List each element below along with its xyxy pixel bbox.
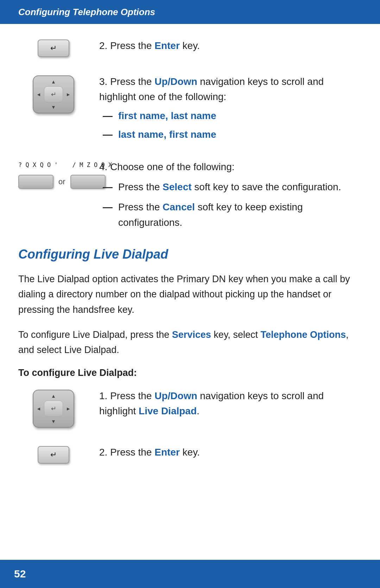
enter-keyword: Enter [154, 40, 180, 51]
nav-key-icon-2: ▲ ◄ ↵ ► ▼ [33, 390, 74, 428]
or-text: or [58, 177, 65, 186]
select-softkey[interactable] [18, 175, 53, 189]
page-number: 52 [14, 568, 26, 580]
cancel-keyword: Cancel [163, 202, 195, 212]
step-2-top-image: ↵ [18, 38, 89, 57]
nav-right-arrow: ► [66, 92, 71, 97]
nav-down-arrow: ▼ [51, 104, 56, 110]
section-heading: Configuring Live Dialpad [18, 247, 362, 262]
section-step-1-text: 1. Press the Up/Down navigation keys to … [89, 388, 362, 419]
bullet-cancel: — Press the Cancel soft key to keep exis… [103, 199, 362, 230]
step-number: 2. [99, 40, 107, 51]
bullet-select: — Press the Select soft key to save the … [103, 179, 362, 194]
select-label-text: ? Q X Q O ' [18, 161, 58, 168]
step-2-top-label: Press the Enter key. [110, 40, 200, 51]
step-4-text: 4. Choose one of the following: — Press … [89, 159, 362, 230]
nav-up-arrow-2: ▲ [51, 393, 56, 399]
nav-key-icon: ▲ ◄ ↵ ► ▼ [33, 75, 74, 113]
step-4-main: 4. Choose one of the following: [99, 159, 362, 174]
nav-down-arrow-2: ▼ [51, 419, 56, 424]
nav-right-arrow-2: ► [66, 406, 71, 411]
nav-left-arrow-2: ◄ [36, 406, 41, 411]
cancel-description: Press the Cancel soft key to keep existi… [118, 199, 362, 230]
enter-key-icon-2: ↵ [38, 446, 69, 464]
enter-key-icon: ↵ [38, 39, 69, 57]
lastname-label: last name, first name [118, 127, 216, 142]
para2-middle: key, select [211, 329, 261, 340]
select-description: Press the Select soft key to save the co… [118, 179, 341, 194]
step-number-s2: 2. [99, 447, 107, 458]
services-keyword: Services [172, 329, 211, 340]
updown-keyword-2: Up/Down [154, 390, 197, 401]
section-para2: To configure Live Dialpad, press the Ser… [18, 327, 362, 358]
enter-keyword-2: Enter [154, 447, 180, 458]
section-step-2-image: ↵ [18, 445, 89, 464]
nav-center-key-2: ↵ [44, 401, 63, 417]
step-3-text: 3. Press the Up/Down navigation keys to … [89, 74, 362, 142]
section-step-2: ↵ 2. Press the Enter key. [18, 445, 362, 464]
step-number-s1: 1. [99, 390, 107, 401]
step-4-image: ? Q X Q O ' / M Z O Q X or [18, 159, 89, 189]
bullet-lastname: — last name, first name [103, 127, 362, 142]
step-3-main: 3. Press the Up/Down navigation keys to … [99, 74, 362, 105]
section-step-1-image: ▲ ◄ ↵ ► ▼ [18, 388, 89, 428]
nav-center-key: ↵ [44, 86, 63, 103]
step-4: ? Q X Q O ' / M Z O Q X or 4. Choose one… [18, 159, 362, 230]
select-keyword: Select [163, 181, 192, 192]
configure-label: To configure Live Dialpad: [18, 367, 362, 378]
step-number-4: 4. [99, 161, 107, 172]
footer: 52 [0, 560, 380, 588]
step-3-image: ▲ ◄ ↵ ► ▼ [18, 74, 89, 113]
updown-keyword: Up/Down [154, 76, 197, 87]
step-3: ▲ ◄ ↵ ► ▼ 3. Press the Up/Down navigatio… [18, 74, 362, 142]
step-2-top-text: 2. Press the Enter key. [89, 38, 362, 53]
telephone-options-keyword: Telephone Options [260, 329, 346, 340]
section-step-1: ▲ ◄ ↵ ► ▼ 1. Press the Up/Down navigatio… [18, 388, 362, 428]
section-para1: The Live Dialpad option activates the Pr… [18, 272, 362, 317]
nav-up-arrow: ▲ [51, 79, 56, 85]
para2-before: To configure Live Dialpad, press the [18, 329, 172, 340]
live-dialpad-keyword: Live Dialpad [139, 406, 197, 416]
main-content: ↵ 2. Press the Enter key. ▲ ◄ ↵ ► ▼ [0, 38, 380, 516]
bullet-firstname: — first name, last name [103, 108, 362, 123]
nav-left-arrow: ◄ [36, 92, 41, 97]
step-2-top: ↵ 2. Press the Enter key. [18, 38, 362, 57]
header-title: Configuring Telephone Options [18, 7, 155, 17]
step-number-3: 3. [99, 76, 107, 87]
firstname-label: first name, last name [118, 108, 216, 123]
section-step-2-text: 2. Press the Enter key. [89, 445, 362, 460]
header-bar: Configuring Telephone Options [0, 0, 380, 24]
